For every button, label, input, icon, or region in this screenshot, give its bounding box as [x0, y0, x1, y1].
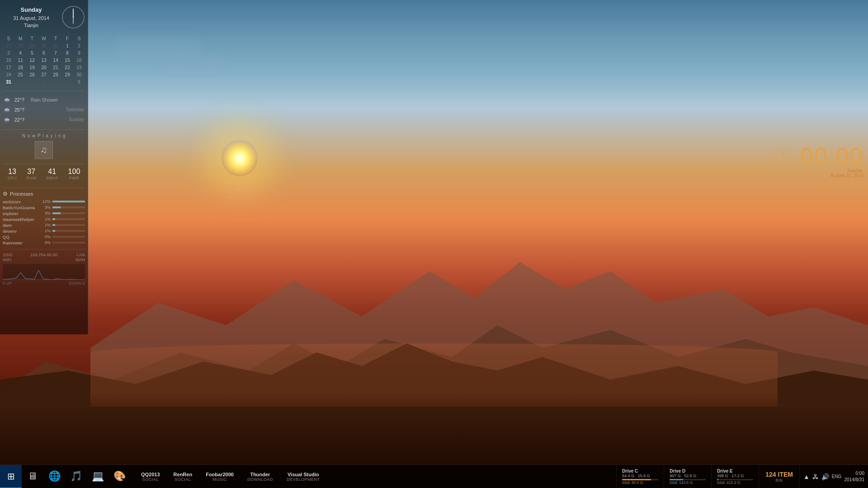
bin-label: BIN — [776, 478, 783, 483]
calendar-cell: 4 — [50, 78, 61, 85]
taskbar-tiles-btn[interactable]: 🎨 — [108, 465, 130, 488]
network-graph-svg — [3, 264, 85, 280]
stat-label: SWAP — [46, 176, 58, 180]
process-bar-wrap — [52, 224, 85, 226]
bin-count: 124 ITEM — [765, 471, 793, 478]
calendar-cell: 22 — [61, 64, 73, 71]
drive-free: 64.4 G 15.6 G — [622, 474, 658, 478]
stat-item-swap: 41 SWAP — [46, 168, 58, 180]
drive-free: 907 G 52.8 G — [670, 474, 706, 478]
pinned-app-qq2013[interactable]: QQ2013 SOCIAL — [135, 465, 166, 488]
network-io-labels: 0 UP DOWN 0 — [3, 281, 85, 286]
calendar-cell: 19 — [26, 64, 38, 71]
process-pct: 0% — [38, 235, 51, 239]
weather-temp: 22°? — [14, 97, 31, 103]
pinned-app-foobar2000[interactable]: Foobar2000 MUSIC — [199, 465, 240, 488]
tray-volume-icon[interactable]: 🔊 — [821, 473, 829, 480]
taskbar: ⊞ 🖥 🌐 🎵 💻 🎨 QQ2013 SOCIAL RenRen SOCIAL … — [0, 465, 868, 488]
now-playing-widget: N o w P l a y i n g ♫ — [3, 129, 85, 159]
process-row: Rainmeter 0% — [3, 240, 85, 245]
taskbar-desktop-btn[interactable]: 🖥 — [22, 465, 43, 488]
tray-datetime[interactable]: 0:00 2014/8/31 — [844, 470, 865, 483]
wan-col: LAN WAN — [75, 252, 85, 262]
calendar-cell: 14 — [50, 56, 61, 64]
weather-icon: 🌧 — [4, 96, 12, 103]
tray-arrow-icon[interactable]: ▲ — [803, 473, 810, 480]
pinned-app-renren[interactable]: RenRen SOCIAL — [167, 465, 199, 488]
cal-header-cell: T — [26, 35, 38, 42]
calendar-cell: 2 — [26, 78, 38, 85]
process-pct: 12% — [38, 199, 51, 204]
process-pct: 3% — [38, 205, 51, 210]
calendar-cell: 26 — [26, 71, 38, 78]
wan-label: WAN — [75, 257, 85, 262]
process-pct: 0% — [38, 240, 51, 245]
process-row: QQ 0% — [3, 235, 85, 239]
recycle-bin[interactable]: 124 ITEM BIN — [759, 465, 799, 488]
calendar-cell: 6 — [38, 49, 50, 56]
drive-name: Drive C — [622, 469, 658, 474]
calendar-cell: 29 — [26, 42, 38, 49]
calendar-cell: 27 — [38, 71, 50, 78]
taskbar-ie-btn[interactable]: 🌐 — [43, 465, 65, 488]
system-tray: ▲ 🖧 🔊 ENG 0:00 2014/8/31 — [799, 465, 868, 488]
process-bar-wrap — [52, 206, 85, 208]
process-row: dwm 1% — [3, 223, 85, 228]
drive-total: total: 80.0 G — [622, 480, 658, 485]
process-list: secbizsrv 12% BaiduYunGuania 3% explorer… — [3, 199, 85, 245]
drive-item-drive-d: Drive D 907 G 52.8 G total: 143.6 G — [664, 465, 711, 488]
stat-value: 37 — [26, 168, 36, 176]
process-bar — [52, 206, 61, 208]
process-bar-wrap — [52, 201, 85, 202]
tray-lang-icon[interactable]: ENG — [832, 474, 842, 479]
calendar-cell: 23 — [73, 64, 85, 71]
pinned-app-thunder[interactable]: Thunder DOWNLOAD — [241, 465, 279, 488]
cal-header-cell: T — [50, 35, 61, 42]
calendar-row: 24252627282930 — [3, 71, 85, 78]
calendar-row: 272829303112 — [3, 42, 85, 49]
drive-name: Drive D — [670, 469, 706, 474]
calendar-cell: 5 — [61, 78, 73, 85]
sun — [222, 140, 258, 176]
weather-desc: Rain Shower — [31, 97, 84, 103]
weather-icon: 🌧 — [4, 116, 12, 123]
drive-name: Drive E — [717, 469, 753, 474]
right-clock-widget: 00:00 Sunday, August 31, 2014 — [800, 145, 863, 178]
calendar-cell: 30 — [38, 42, 50, 49]
taskbar-music-btn[interactable]: 🎵 — [65, 465, 87, 488]
calendar-cell: 11 — [14, 56, 26, 64]
right-clock-time: 00:00 — [800, 145, 863, 168]
clock-day: Sunday — [3, 5, 60, 14]
process-name: Rainmeter — [3, 240, 38, 245]
taskbar-vs-btn[interactable]: 💻 — [87, 465, 108, 488]
calendar-cell: 28 — [14, 42, 26, 49]
tray-network-icon[interactable]: 🖧 — [812, 473, 819, 480]
wallpaper — [0, 0, 868, 488]
clock-date: 31 August, 2014 — [3, 14, 60, 22]
ssid-col: SSID WiFi — [3, 252, 13, 262]
calendar-header: SMTWTFS — [3, 35, 85, 42]
cal-header-cell: F — [61, 35, 73, 42]
calendar-cell: 13 — [38, 56, 50, 64]
drives-section: Drive C 64.4 G 15.6 G total: 80.0 G Driv… — [616, 465, 799, 488]
weather-temp: 25°? — [14, 107, 31, 113]
calendar-row: 31123456 — [3, 78, 85, 85]
process-bar — [52, 212, 61, 214]
processes-header: ⚙ Processes — [3, 191, 85, 197]
pinned-app-name: Foobar2000 — [206, 472, 234, 477]
weather-widget: 🌧 22°? Rain Shower 🌧 25°? Saturday 🌧 22°… — [3, 91, 85, 125]
calendar-cell: 3 — [3, 49, 14, 56]
lan-label: LAN — [75, 252, 85, 257]
pinned-apps: QQ2013 SOCIAL RenRen SOCIAL Foobar2000 M… — [130, 465, 326, 488]
calendar-cell: 8 — [61, 49, 73, 56]
system-stats: 13 CPU 37 RAM 41 SWAP 100 PWR — [3, 164, 85, 184]
tray-date-val: 2014/8/31 — [844, 477, 865, 483]
pinned-app-visual-studio[interactable]: Visual Studio DEVELOPMENT — [280, 465, 326, 488]
start-button[interactable]: ⊞ — [0, 465, 22, 488]
calendar-cell: 21 — [50, 64, 61, 71]
svg-line-6 — [783, 157, 788, 159]
calendar-body: 2728293031123456789101112131415161718192… — [3, 42, 85, 85]
weather-rows: 🌧 22°? Rain Shower 🌧 25°? Saturday 🌧 22°… — [3, 95, 85, 125]
weather-day: Saturday — [66, 107, 84, 112]
calendar-cell: 27 — [3, 42, 14, 49]
